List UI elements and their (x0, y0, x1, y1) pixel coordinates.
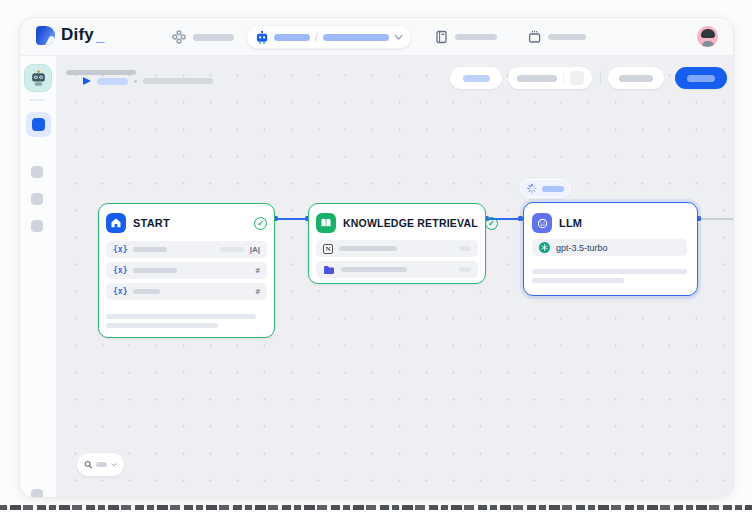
variable-value-placeholder (220, 247, 244, 252)
llm-model-row[interactable]: gpt-3.5-turbo (532, 239, 687, 256)
start-variable-row[interactable]: {x} # (106, 283, 267, 300)
run-meta-placeholder (143, 78, 213, 84)
avatar-body (702, 41, 714, 47)
node-title: LLM (559, 217, 582, 229)
dify-app-window: Dify _ / (20, 18, 733, 497)
sidebar (20, 56, 56, 497)
preview-button[interactable] (608, 67, 664, 89)
knowledge-dataset-row[interactable]: N (316, 240, 478, 257)
chevron-down-icon (394, 34, 403, 41)
switcher-slash: / (315, 31, 318, 43)
nav-explore-label-placeholder (193, 34, 234, 41)
run-button-label-placeholder (517, 75, 557, 82)
dataset-name-placeholder (339, 246, 397, 251)
llm-icon (532, 213, 552, 233)
current-app-icon[interactable] (24, 64, 52, 92)
run-split-button[interactable] (508, 67, 592, 89)
sidebar-item-active[interactable] (26, 112, 51, 137)
workflow-title-placeholder (66, 70, 136, 75)
book-open-icon (316, 213, 336, 233)
publish-button[interactable] (675, 67, 727, 89)
success-check-icon: ✓ (485, 217, 498, 230)
notion-page-icon: N (323, 244, 333, 254)
variable-name-placeholder (133, 289, 160, 294)
logo-notch (44, 35, 55, 45)
edge-llm-outgoing[interactable] (699, 218, 733, 220)
nav-updates[interactable] (528, 30, 586, 44)
node-llm-header: LLM (532, 211, 690, 235)
user-avatar[interactable] (697, 26, 718, 47)
updates-tv-icon (528, 30, 541, 44)
brand-accent: _ (96, 27, 104, 44)
nav-docs-label-placeholder (455, 34, 497, 40)
type-label: |A| (250, 245, 260, 254)
sidebar-divider (29, 99, 45, 101)
node-start-header: START ✓ (106, 211, 267, 235)
edge-start-to-knowledge[interactable] (275, 218, 308, 220)
variable-name-placeholder (133, 268, 177, 273)
workflow-name-placeholder (323, 34, 389, 41)
brand-name: Dify (61, 25, 94, 45)
node-llm[interactable]: LLM gpt-3.5-turbo (523, 202, 698, 296)
chevron-down-icon (111, 462, 117, 468)
start-variable-row[interactable]: {x} # (106, 262, 267, 279)
folder-icon (323, 265, 335, 275)
active-item-glyph (32, 118, 45, 131)
node-running-indicator (520, 179, 571, 198)
sidebar-item-4[interactable] (31, 220, 43, 232)
nav-docs[interactable] (435, 30, 497, 44)
zoom-control[interactable] (77, 453, 124, 476)
dify-logo[interactable]: Dify _ (36, 25, 104, 45)
toolbar-divider (600, 71, 601, 85)
status-separator-dot (134, 80, 137, 83)
nav-updates-label-placeholder (548, 34, 586, 40)
model-name: gpt-3.5-turbo (556, 243, 608, 253)
split-divider (563, 72, 564, 84)
avatar-hair (701, 29, 715, 38)
preview-label-placeholder (619, 75, 653, 82)
node-description-placeholder (106, 314, 256, 319)
node-knowledge-retrieval[interactable]: KNOWLEDGE RETRIEVAL ✓ N (308, 203, 486, 284)
node-start[interactable]: START ✓ {x} |A| {x} # {x} # (98, 203, 275, 338)
sidebar-item-3[interactable] (31, 193, 43, 205)
sidebar-item-bottom[interactable] (31, 489, 43, 497)
dataset-meta-placeholder (459, 267, 471, 272)
knowledge-dataset-row[interactable] (316, 261, 478, 278)
docs-book-icon (435, 30, 448, 44)
variable-token: {x} (113, 245, 127, 254)
explore-icon (172, 30, 186, 44)
zoom-search-icon (84, 459, 92, 470)
node-description-placeholder (532, 269, 687, 274)
run-label-placeholder (97, 78, 128, 85)
background-text-strip (0, 505, 752, 510)
workflow-canvas[interactable]: START ✓ {x} |A| {x} # {x} # (56, 56, 733, 497)
app-name-placeholder (274, 34, 310, 41)
zoom-level-placeholder (96, 462, 107, 467)
type-label: # (256, 266, 260, 275)
node-knowledge-header: KNOWLEDGE RETRIEVAL ✓ (316, 211, 478, 235)
spinner-label-placeholder (542, 186, 564, 192)
openai-icon (539, 242, 550, 253)
nav-explore[interactable] (172, 30, 234, 44)
variable-token: {x} (113, 287, 127, 296)
dataset-meta-placeholder (459, 246, 471, 251)
app-robot-icon (29, 69, 48, 88)
features-button[interactable] (450, 67, 502, 89)
success-check-icon: ✓ (254, 217, 267, 230)
dataset-name-placeholder (341, 267, 407, 272)
run-history-chip[interactable] (570, 71, 584, 85)
start-variable-row[interactable]: {x} |A| (106, 241, 267, 258)
app-switcher[interactable]: / (246, 25, 412, 49)
workflow-run-status (83, 77, 213, 85)
features-label-placeholder (463, 75, 490, 82)
sidebar-item-2[interactable] (31, 166, 43, 178)
type-label: # (256, 287, 260, 296)
robot-icon (255, 30, 269, 45)
spinner-icon (527, 183, 537, 194)
variable-name-placeholder (133, 247, 167, 252)
variable-token: {x} (113, 266, 127, 275)
node-title: START (133, 217, 170, 229)
node-description-placeholder (106, 323, 218, 328)
home-icon (106, 213, 126, 233)
play-icon[interactable] (83, 77, 91, 85)
